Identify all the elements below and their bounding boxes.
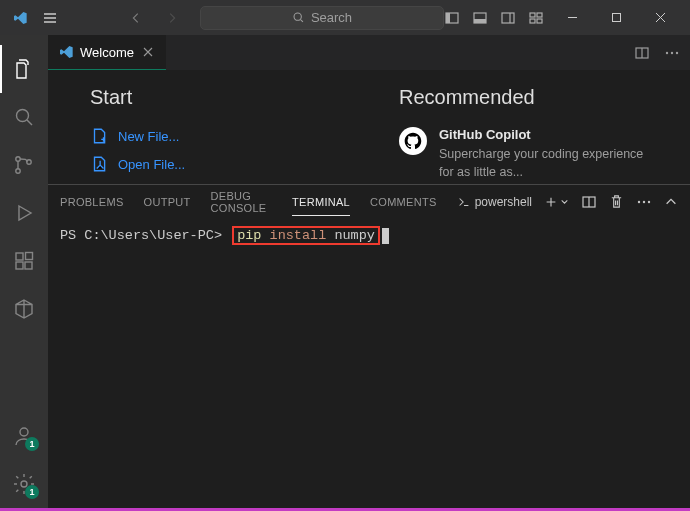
nav-forward-icon[interactable] [164,10,180,26]
svg-point-19 [20,428,28,436]
window-close-button[interactable] [638,0,682,35]
terminal-prompt: PS C:\Users\User-PC> [60,228,222,243]
activity-extra[interactable] [0,285,48,333]
bottom-panel: PROBLEMS OUTPUT DEBUG CONSOLE TERMINAL C… [48,184,690,508]
split-terminal-icon[interactable] [581,194,597,210]
svg-rect-6 [530,13,535,17]
accounts-badge: 1 [25,437,39,451]
terminal-shell-label: powershell [475,195,532,209]
github-copilot-icon [399,127,427,155]
svg-point-0 [294,13,301,20]
open-file-icon [90,155,108,173]
vscode-icon [58,44,74,60]
recommended-heading: Recommended [399,86,648,109]
activity-search[interactable] [0,93,48,141]
activity-run-debug[interactable] [0,189,48,237]
svg-rect-16 [16,262,23,269]
terminal-line: PS C:\Users\User-PC> pip install numpy [60,226,678,245]
tab-welcome[interactable]: Welcome [48,35,166,70]
welcome-recommended-column: Recommended GitHub Copilot Supercharge y… [399,86,648,184]
vscode-logo-icon [12,10,28,26]
new-terminal-button[interactable] [544,195,569,209]
panel-tab-problems[interactable]: PROBLEMS [60,196,124,208]
split-editor-icon[interactable] [634,45,650,61]
nav-back-icon[interactable] [128,10,144,26]
title-bar: Search [0,0,690,35]
svg-point-22 [666,51,668,53]
toggle-panel-bottom-icon[interactable] [472,10,488,26]
svg-rect-10 [612,14,620,22]
editor-area: Welcome Start New File... Open File... [48,35,690,508]
command-word-pip: pip [237,228,261,243]
panel-tab-output[interactable]: OUTPUT [144,196,191,208]
svg-rect-4 [474,19,486,23]
svg-point-12 [16,157,20,161]
terminal-cursor [382,228,389,244]
toggle-panel-left-icon[interactable] [444,10,460,26]
new-file-icon [90,127,108,145]
nav-arrows [128,10,180,26]
welcome-start-column: Start New File... Open File... [90,86,339,184]
search-icon [292,11,305,24]
activity-source-control[interactable] [0,141,48,189]
svg-rect-8 [530,19,535,23]
new-file-link[interactable]: New File... [90,127,339,145]
hamburger-menu-icon[interactable] [42,10,58,26]
panel-tab-debug-console[interactable]: DEBUG CONSOLE [211,190,272,214]
svg-rect-17 [25,262,32,269]
chevron-down-icon [560,197,569,206]
welcome-page: Start New File... Open File... Recommend… [48,70,690,184]
svg-rect-15 [16,253,23,260]
open-file-label: Open File... [118,157,185,172]
window-controls [550,0,682,35]
main-area: 1 1 Welcome Start New File... [0,35,690,508]
window-minimize-button[interactable] [550,0,594,35]
command-word-numpy: numpy [334,228,375,243]
svg-point-26 [638,200,640,202]
svg-rect-2 [446,13,450,23]
panel-toolbar: powershell [457,194,678,210]
tab-title: Welcome [80,45,134,60]
svg-point-13 [16,169,20,173]
more-icon[interactable] [636,194,652,210]
terminal-profile-selector[interactable]: powershell [457,195,532,209]
search-placeholder: Search [311,10,352,25]
panel-tab-terminal[interactable]: TERMINAL [292,196,350,208]
start-heading: Start [90,86,339,109]
tab-bar: Welcome [48,35,690,70]
recommended-title: GitHub Copilot [439,127,648,142]
activity-explorer[interactable] [0,45,48,93]
toggle-panel-right-icon[interactable] [500,10,516,26]
command-center-search[interactable]: Search [200,6,444,30]
chevron-up-icon[interactable] [664,195,678,209]
settings-badge: 1 [25,485,39,499]
activity-accounts[interactable]: 1 [0,412,48,460]
panel-tab-bar: PROBLEMS OUTPUT DEBUG CONSOLE TERMINAL C… [48,185,690,218]
svg-point-11 [17,110,29,122]
recommended-item[interactable]: GitHub Copilot Supercharge your coding e… [399,127,648,181]
activity-settings[interactable]: 1 [0,460,48,508]
trash-icon[interactable] [609,194,624,209]
more-actions-icon[interactable] [664,45,680,61]
recommended-desc: Supercharge your coding experience for a… [439,145,648,181]
new-file-label: New File... [118,129,179,144]
layout-controls [444,10,544,26]
svg-point-28 [648,200,650,202]
tab-close-button[interactable] [140,44,156,60]
panel-tab-comments[interactable]: COMMENTS [370,196,437,208]
command-word-install: install [270,228,327,243]
customize-layout-icon[interactable] [528,10,544,26]
window-maximize-button[interactable] [594,0,638,35]
open-file-link[interactable]: Open File... [90,155,339,173]
recommended-text: GitHub Copilot Supercharge your coding e… [439,127,648,181]
terminal-body[interactable]: PS C:\Users\User-PC> pip install numpy [48,218,690,508]
svg-point-27 [643,200,645,202]
terminal-shell-icon [457,195,471,209]
svg-rect-18 [26,253,33,260]
svg-rect-5 [502,13,514,23]
highlighted-command: pip install numpy [232,226,380,245]
svg-rect-7 [537,13,542,17]
svg-point-23 [671,51,673,53]
activity-extensions[interactable] [0,237,48,285]
svg-rect-9 [537,19,542,23]
